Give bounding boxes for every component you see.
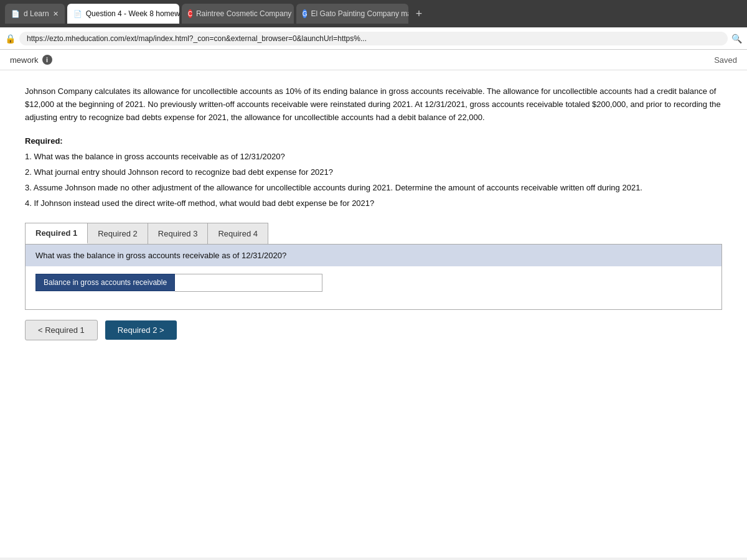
- address-bar-row: 🔒 🔍: [0, 27, 747, 50]
- required-tabs: Required 1 Required 2 Required 3 Require…: [25, 223, 268, 244]
- required-list: 1. What was the balance in gross account…: [25, 151, 722, 210]
- mework-label: mework: [10, 55, 39, 65]
- tab-raintree[interactable]: C Raintree Cosmetic Company Sell ✕: [182, 4, 294, 24]
- main-content: Johnson Company calculates its allowance…: [0, 70, 747, 558]
- required-label: Required:: [25, 136, 722, 146]
- tab-required-3[interactable]: Required 3: [148, 223, 209, 244]
- tab-elgato-icon: G: [303, 9, 308, 18]
- nav-back-label: < Required 1: [38, 325, 85, 335]
- panel-header: What was the balance in gross accounts r…: [26, 245, 721, 266]
- saved-badge: Saved: [714, 55, 737, 65]
- page-header: mework i Saved: [0, 50, 747, 70]
- nav-back-button[interactable]: < Required 1: [25, 320, 98, 340]
- new-tab-button[interactable]: +: [411, 5, 428, 23]
- tab-learn-label: d Learn: [24, 9, 49, 18]
- tab-homework-icon: 📄: [73, 10, 82, 18]
- tab-raintree-label: Raintree Cosmetic Company Sell: [196, 9, 294, 18]
- address-bar-input[interactable]: [19, 32, 728, 45]
- balance-label: Balance in gross accounts receivable: [35, 274, 175, 291]
- page-header-info: mework i: [10, 55, 52, 65]
- question-text: Johnson Company calculates its allowance…: [25, 85, 722, 124]
- tab-required-4[interactable]: Required 4: [208, 223, 268, 244]
- nav-forward-button[interactable]: Required 2 >: [105, 320, 177, 340]
- required-item-4: 4. If Johnson instead used the direct wr…: [25, 197, 722, 210]
- nav-buttons: < Required 1 Required 2 >: [25, 320, 722, 340]
- required-item-3: 3. Assume Johnson made no other adjustme…: [25, 182, 722, 195]
- balance-row: Balance in gross accounts receivable: [35, 274, 712, 292]
- info-icon[interactable]: i: [42, 55, 52, 65]
- tab-learn-icon: 📄: [11, 10, 20, 18]
- tab-elgato-label: El Gato Painting Company maint: [311, 9, 408, 18]
- browser-tabs-bar: 📄 d Learn ✕ 📄 Question 4 - Week 8 homewo…: [0, 0, 747, 27]
- panel-body: Balance in gross accounts receivable: [26, 266, 721, 309]
- tab-elgato[interactable]: G El Gato Painting Company maint ✕: [296, 4, 408, 24]
- nav-forward-label: Required 2 >: [118, 325, 164, 335]
- required-item-1: 1. What was the balance in gross account…: [25, 151, 722, 164]
- tab-homework[interactable]: 📄 Question 4 - Week 8 homework ✕: [67, 4, 179, 24]
- tab-learn-close[interactable]: ✕: [53, 10, 59, 18]
- tab-homework-label: Question 4 - Week 8 homework: [86, 9, 179, 18]
- search-icon[interactable]: 🔍: [731, 34, 742, 44]
- tab-raintree-icon: C: [188, 9, 192, 18]
- required-item-2: 2. What journal entry should Johnson rec…: [25, 166, 722, 179]
- content-panel: What was the balance in gross accounts r…: [25, 244, 722, 310]
- tab-learn[interactable]: 📄 d Learn ✕: [5, 4, 65, 24]
- tab-required-2[interactable]: Required 2: [88, 223, 148, 244]
- lock-icon: 🔒: [5, 34, 16, 44]
- balance-input[interactable]: [175, 274, 322, 292]
- tab-required-1[interactable]: Required 1: [26, 223, 88, 244]
